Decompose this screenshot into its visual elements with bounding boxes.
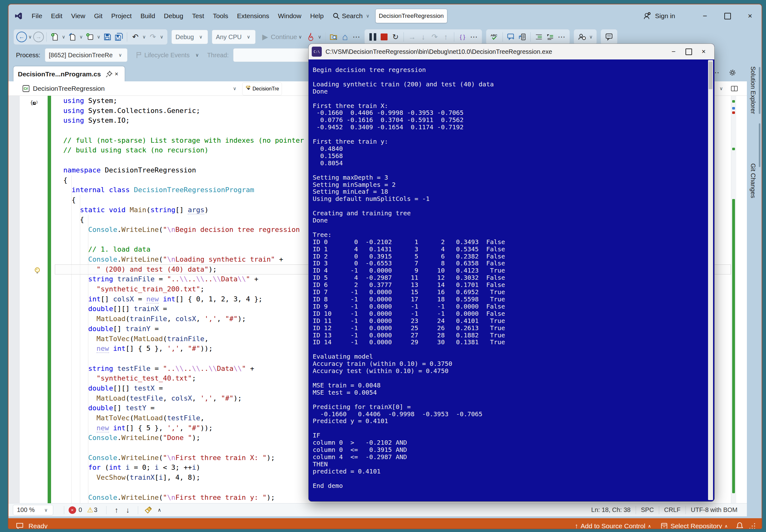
- console-scrollbar-thumb[interactable]: [709, 62, 712, 89]
- hot-reload-button[interactable]: [305, 31, 316, 43]
- editor-scrollbar-map[interactable]: [731, 96, 736, 503]
- search-input[interactable]: DecisionTreeRegression: [375, 9, 447, 23]
- continue-button[interactable]: ▶ Continue ∨: [260, 31, 303, 43]
- step-out-button[interactable]: ↑: [440, 31, 451, 43]
- lifecycle-events-dropdown[interactable]: Lifecycle Events: [144, 52, 190, 59]
- search-menu[interactable]: Search ∨: [332, 10, 371, 22]
- sign-in-button[interactable]: Sign in: [641, 10, 675, 22]
- console-line: Evaluating model: [313, 353, 714, 360]
- breakpoint-gutter[interactable]: [8, 96, 20, 503]
- zoom-dropdown[interactable]: 100 % ∨: [13, 505, 53, 515]
- undo-indent-button[interactable]: [544, 31, 556, 43]
- debug-overflow-button[interactable]: ⋯: [468, 31, 479, 43]
- tab-decisiontree-program[interactable]: DecisionTre...nProgram.cs ×: [13, 66, 125, 82]
- interactive-window-button[interactable]: [517, 31, 528, 43]
- split-window-icon[interactable]: [731, 83, 738, 94]
- step-into-button[interactable]: ↓: [418, 31, 429, 43]
- pause-button[interactable]: [367, 31, 378, 43]
- menu-project[interactable]: Project: [107, 9, 136, 23]
- find-in-files-button[interactable]: [328, 31, 339, 43]
- notifications-bell-icon[interactable]: [734, 520, 745, 529]
- undo-button[interactable]: ↶: [130, 31, 141, 43]
- menu-debug[interactable]: Debug: [159, 9, 187, 23]
- step-over-button[interactable]: ↷: [429, 31, 440, 43]
- whitespace-indicator[interactable]: SPC: [636, 506, 659, 514]
- chevron-down-icon[interactable]: ∨: [60, 34, 67, 40]
- chevron-down-icon[interactable]: ∨: [232, 86, 238, 91]
- show-next-statement-button[interactable]: →: [406, 31, 418, 43]
- previous-issue-button[interactable]: ↑: [111, 504, 122, 516]
- menu-extensions[interactable]: Extensions: [233, 9, 274, 23]
- console-maximize-button[interactable]: [681, 45, 696, 58]
- warning-icon: ⚠: [86, 504, 94, 516]
- solution-configuration-dropdown[interactable]: Debug ∨: [171, 30, 208, 44]
- select-repository-button[interactable]: Select Repository ∧: [657, 520, 731, 529]
- add-item-button[interactable]: [84, 31, 95, 43]
- tab-close-icon[interactable]: ×: [113, 69, 120, 80]
- toggle-comment-button[interactable]: [505, 31, 517, 43]
- home-button[interactable]: ⌂: [339, 31, 351, 43]
- chevron-down-icon: ∨: [365, 13, 371, 19]
- lightbulb-icon[interactable]: [33, 266, 42, 275]
- menu-window[interactable]: Window: [274, 9, 306, 23]
- chevron-down-icon[interactable]: ∨: [78, 34, 84, 40]
- open-file-button[interactable]: [67, 31, 78, 43]
- next-issue-button[interactable]: ↓: [122, 504, 133, 516]
- cleanup-caret-button[interactable]: ∧: [154, 504, 165, 516]
- chevron-down-icon[interactable]: ∨: [141, 34, 147, 40]
- chevron-down-icon[interactable]: ∨: [158, 34, 165, 40]
- menu-help[interactable]: Help: [306, 9, 328, 23]
- maximize-button[interactable]: [720, 9, 735, 23]
- save-button[interactable]: [102, 31, 113, 43]
- chevron-down-icon[interactable]: ∨: [95, 34, 102, 40]
- chevron-down-icon[interactable]: ∨: [718, 86, 724, 91]
- pin-icon[interactable]: [105, 69, 113, 80]
- sidebar-tab-solution-explorer[interactable]: Solution Explorer: [749, 66, 757, 114]
- process-dropdown[interactable]: [8652] DecisionTreeRe ∨: [45, 48, 127, 62]
- toolbar-overflow-button[interactable]: ⋯: [351, 31, 362, 43]
- format-indent-button[interactable]: [533, 31, 544, 43]
- navigate-forward-button[interactable]: →: [33, 32, 44, 42]
- stop-button[interactable]: [378, 31, 390, 43]
- usings-icon[interactable]: {}: [28, 98, 40, 108]
- redo-button[interactable]: ↷: [147, 31, 158, 43]
- new-file-button[interactable]: [49, 31, 60, 43]
- chevron-down-icon[interactable]: ∨: [316, 34, 323, 40]
- error-count[interactable]: 0: [79, 506, 82, 514]
- tasks-button[interactable]: { }: [457, 31, 468, 43]
- sidebar-tab-git-changes[interactable]: Git Changes: [749, 163, 757, 198]
- console-minimize-button[interactable]: −: [666, 45, 681, 58]
- console-output[interactable]: Begin decision tree regression Loading s…: [309, 59, 714, 501]
- add-to-source-control-button[interactable]: ↑ Add to Source Control ∧: [572, 522, 654, 529]
- navigate-back-button[interactable]: ←: [16, 32, 27, 42]
- encoding-indicator[interactable]: UTF-8 with BOM: [686, 506, 743, 514]
- settings-gear-icon[interactable]: [727, 67, 738, 78]
- spell-check-button[interactable]: ABC: [489, 31, 500, 43]
- restart-button[interactable]: ↻: [390, 31, 401, 43]
- class-dropdown[interactable]: DecisionTre: [242, 82, 282, 95]
- line-column-indicator[interactable]: Ln: 18, Ch: 38: [586, 506, 636, 514]
- menu-test[interactable]: Test: [187, 9, 209, 23]
- live-share-button[interactable]: [577, 31, 588, 43]
- menu-edit[interactable]: Edit: [47, 9, 67, 23]
- chevron-down-icon[interactable]: ∨: [588, 34, 594, 40]
- console-scrollbar[interactable]: [708, 60, 713, 500]
- line-ending-indicator[interactable]: CRLF: [659, 506, 686, 514]
- console-close-button[interactable]: ×: [696, 45, 711, 58]
- menu-view[interactable]: View: [67, 9, 90, 23]
- chevron-down-icon[interactable]: ∨: [27, 34, 33, 40]
- code-cleanup-button[interactable]: [142, 504, 154, 516]
- menu-build[interactable]: Build: [136, 9, 159, 23]
- feedback-button[interactable]: [604, 31, 615, 43]
- solution-platform-dropdown[interactable]: Any CPU ∨: [212, 30, 256, 44]
- console-title-bar[interactable]: C:\ C:\VSM\DecisionTreeRegression\bin\De…: [309, 44, 714, 59]
- menu-git[interactable]: Git: [90, 9, 107, 23]
- close-button[interactable]: ×: [743, 9, 757, 23]
- warning-count[interactable]: 3: [94, 506, 97, 514]
- menu-file[interactable]: File: [27, 9, 47, 23]
- project-dropdown[interactable]: C# DecisionTreeRegression: [22, 82, 108, 95]
- menu-tools[interactable]: Tools: [208, 9, 233, 23]
- save-all-button[interactable]: [113, 31, 124, 43]
- editor-overflow-button[interactable]: ⋯: [556, 31, 567, 43]
- minimize-button[interactable]: −: [698, 9, 712, 23]
